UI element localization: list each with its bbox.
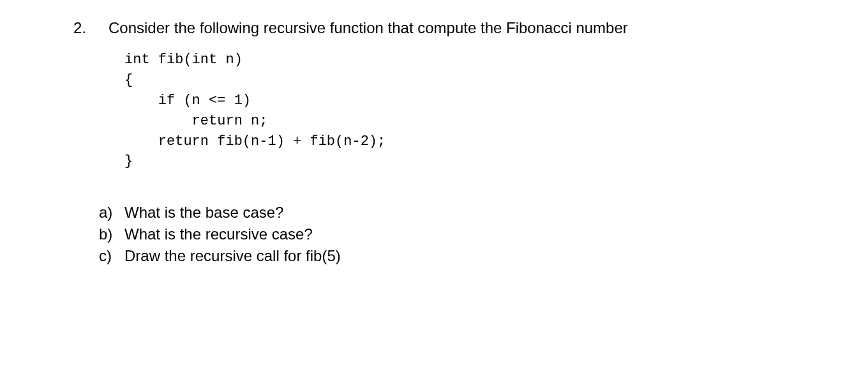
- subquestion-letter: a): [99, 204, 124, 222]
- question-text: Consider the following recursive functio…: [108, 19, 804, 37]
- code-line-2: {: [124, 72, 133, 88]
- subquestion-text: Draw the recursive call for fib(5): [124, 247, 804, 265]
- code-block: int fib(int n) { if (n <= 1) return n; r…: [124, 50, 804, 172]
- subquestion-text: What is the base case?: [124, 204, 804, 222]
- code-line-6: }: [124, 153, 133, 169]
- code-line-4: return n;: [124, 113, 267, 129]
- subquestion-a: a) What is the base case?: [99, 204, 804, 222]
- question-number: 2.: [64, 19, 108, 37]
- subquestion-b: b) What is the recursive case?: [99, 225, 804, 243]
- code-line-1: int fib(int n): [124, 52, 243, 68]
- code-line-5: return fib(n-1) + fib(n-2);: [124, 133, 385, 149]
- subquestions-list: a) What is the base case? b) What is the…: [99, 204, 804, 265]
- subquestion-letter: c): [99, 247, 124, 265]
- subquestion-c: c) Draw the recursive call for fib(5): [99, 247, 804, 265]
- question-header: 2. Consider the following recursive func…: [64, 19, 804, 37]
- code-line-3: if (n <= 1): [124, 93, 251, 109]
- document-container: 2. Consider the following recursive func…: [0, 0, 868, 288]
- subquestion-text: What is the recursive case?: [124, 225, 804, 243]
- subquestion-letter: b): [99, 225, 124, 243]
